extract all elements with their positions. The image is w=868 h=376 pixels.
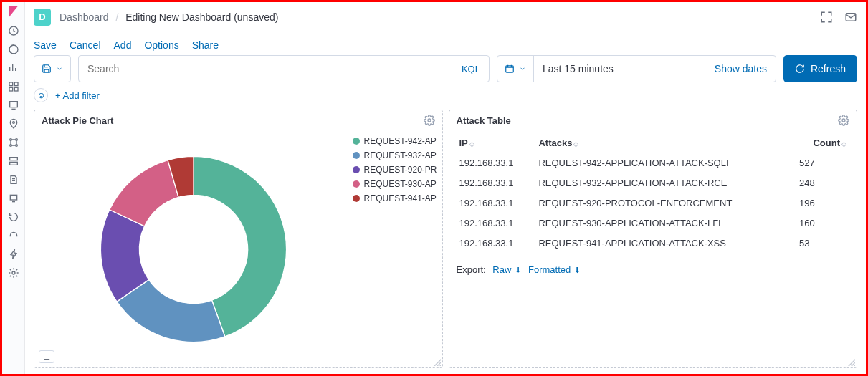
cell-attack: REQUEST-932-APPLICATION-ATTACK-RCE [535, 173, 799, 193]
edit-toolbar: Save Cancel Add Options Share [25, 32, 866, 55]
search-field-wrapper: KQL [78, 55, 490, 82]
export-row: Export: Raw ⬇ Formatted ⬇ [457, 264, 850, 275]
cell-count: 527 [799, 153, 849, 173]
donut-chart: ☰ [34, 130, 353, 367]
breadcrumb-separator: / [115, 11, 118, 23]
time-range-label[interactable]: Last 15 minutes [534, 63, 706, 74]
refresh-label: Refresh [811, 63, 846, 74]
uptime-icon[interactable] [8, 211, 19, 223]
cell-attack: REQUEST-941-APPLICATION-ATTACK-XSS [535, 233, 799, 254]
legend-swatch [353, 152, 360, 159]
cell-count: 160 [799, 213, 849, 233]
time-picker: Last 15 minutes Show dates [497, 55, 776, 82]
svg-rect-4 [9, 87, 13, 91]
export-formatted-link[interactable]: Formatted ⬇ [528, 264, 581, 275]
legend-item[interactable]: REQUEST-942-APP... [353, 136, 437, 146]
legend-swatch [353, 195, 360, 202]
download-icon: ⬇ [512, 266, 521, 274]
svg-rect-14 [10, 195, 16, 200]
cell-ip: 192.168.33.1 [457, 173, 536, 193]
col-count[interactable]: Count◇ [799, 133, 849, 153]
side-navigation [2, 2, 25, 374]
recent-icon[interactable] [8, 25, 19, 37]
gear-icon[interactable] [838, 115, 849, 126]
svg-point-15 [12, 271, 15, 274]
breadcrumb: Dashboard / Editing New Dashboard (unsav… [59, 11, 278, 23]
resize-handle-icon[interactable] [434, 359, 441, 366]
panel-title: Attack Table [457, 115, 511, 126]
panel-pie-chart: Attack Pie Chart ☰ REQUEST-942-APP...REQ… [34, 110, 443, 368]
logs-icon[interactable] [8, 174, 19, 185]
search-input[interactable] [87, 63, 462, 74]
ml-icon[interactable] [8, 137, 19, 148]
cell-count: 248 [799, 173, 849, 193]
discover-icon[interactable] [8, 44, 19, 55]
cell-count: 196 [799, 193, 849, 213]
time-quick-button[interactable] [497, 56, 534, 82]
top-bar: D Dashboard / Editing New Dashboard (uns… [25, 2, 866, 32]
siem-icon[interactable] [8, 230, 19, 241]
table-row: 192.168.33.1REQUEST-941-APPLICATION-ATTA… [457, 233, 850, 254]
svg-point-10 [9, 145, 11, 147]
resize-handle-icon[interactable] [848, 359, 855, 366]
infra-icon[interactable] [8, 155, 19, 167]
legend-item[interactable]: REQUEST-932-APP... [353, 150, 437, 160]
kibana-logo-icon [7, 5, 20, 18]
legend-item[interactable]: REQUEST-930-APP... [353, 179, 437, 189]
svg-rect-2 [9, 82, 13, 86]
export-label: Export: [457, 264, 486, 275]
table-row: 192.168.33.1REQUEST-932-APPLICATION-ATTA… [457, 173, 850, 193]
cancel-button[interactable]: Cancel [70, 39, 101, 51]
share-button[interactable]: Share [192, 39, 219, 51]
gear-icon[interactable] [424, 115, 435, 126]
breadcrumb-root[interactable]: Dashboard [59, 11, 109, 23]
download-icon: ⬇ [572, 266, 581, 274]
svg-rect-3 [14, 82, 18, 86]
svg-rect-17 [506, 66, 514, 72]
filter-bar: ⊜ + Add filter [25, 88, 866, 110]
options-button[interactable]: Options [144, 39, 178, 51]
kql-toggle[interactable]: KQL [462, 64, 480, 74]
cell-attack: REQUEST-920-PROTOCOL-ENFORCEMENT [535, 193, 799, 213]
cell-ip: 192.168.33.1 [457, 213, 536, 233]
add-filter-link[interactable]: + Add filter [55, 90, 100, 101]
panel-attack-table: Attack Table IP◇ Attacks◇ Count◇ [449, 110, 858, 368]
devtools-icon[interactable] [8, 249, 19, 260]
table-row: 192.168.33.1REQUEST-930-APPLICATION-ATTA… [457, 213, 850, 233]
refresh-button[interactable]: Refresh [783, 55, 857, 82]
panel-title: Attack Pie Chart [42, 115, 113, 126]
filter-options-icon[interactable]: ⊜ [34, 88, 48, 102]
mail-icon[interactable] [833, 11, 857, 24]
save-button[interactable]: Save [34, 39, 57, 51]
svg-point-18 [428, 119, 431, 122]
legend-label: REQUEST-932-APP... [364, 150, 437, 160]
fullscreen-icon[interactable] [809, 11, 833, 24]
cell-ip: 192.168.33.1 [457, 233, 536, 254]
visualize-icon[interactable] [8, 62, 19, 74]
legend-item[interactable]: REQUEST-941-APP... [353, 193, 437, 203]
saved-queries-button[interactable] [34, 55, 71, 82]
sort-icon: ◇ [469, 140, 474, 148]
sort-icon: ◇ [841, 140, 846, 148]
svg-rect-12 [9, 158, 17, 160]
canvas-icon[interactable] [8, 100, 19, 111]
dashboard-icon[interactable] [8, 81, 19, 92]
legend-label: REQUEST-941-APP... [364, 193, 437, 203]
col-ip[interactable]: IP◇ [457, 133, 536, 153]
svg-point-11 [15, 145, 17, 147]
show-dates-link[interactable]: Show dates [706, 63, 776, 74]
management-icon[interactable] [8, 267, 19, 279]
legend-swatch [353, 138, 360, 145]
apm-icon[interactable] [8, 193, 19, 204]
export-raw-link[interactable]: Raw ⬇ [492, 264, 521, 275]
col-attacks[interactable]: Attacks◇ [535, 133, 799, 153]
cell-ip: 192.168.33.1 [457, 153, 536, 173]
add-button[interactable]: Add [114, 39, 132, 51]
legend-label: REQUEST-930-APP... [364, 179, 437, 189]
legend-item[interactable]: REQUEST-920-PRO... [353, 165, 437, 175]
legend-toggle-icon[interactable]: ☰ [39, 350, 54, 363]
svg-point-9 [15, 139, 17, 141]
maps-icon[interactable] [8, 118, 19, 130]
breadcrumb-current: Editing New Dashboard (unsaved) [125, 11, 278, 23]
legend-swatch [353, 180, 360, 188]
